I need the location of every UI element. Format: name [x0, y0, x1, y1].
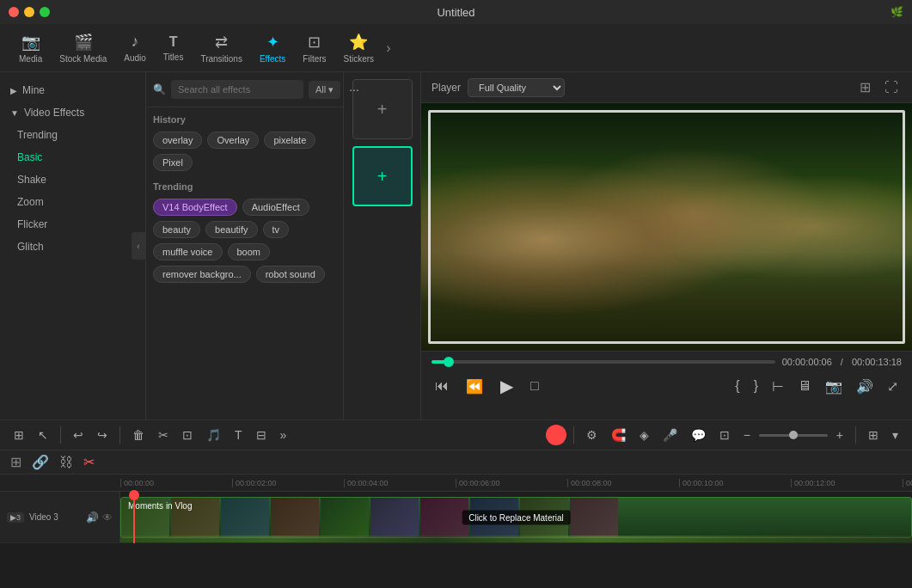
caption-button[interactable]: 💬	[686, 425, 711, 445]
zoom-out-button[interactable]: −	[738, 425, 756, 445]
panel-item-shake[interactable]: Shake	[0, 168, 145, 191]
toolbar-stickers[interactable]: ⭐ Stickers	[335, 28, 383, 69]
history-tag-pixel[interactable]: Pixel	[153, 154, 193, 171]
split-audio-button[interactable]: ⊢	[768, 375, 787, 398]
panel-item-trending[interactable]: Trending	[0, 124, 145, 146]
panel-collapse-button[interactable]: ‹	[132, 232, 145, 260]
trending-tag-remover[interactable]: remover backgro...	[153, 266, 251, 283]
trending-tag-beauty[interactable]: beauty	[153, 221, 200, 238]
section-video-effects[interactable]: ▼ Video Effects	[0, 101, 145, 124]
fullscreen-button[interactable]: ⛶	[881, 77, 902, 99]
grid-view-button[interactable]: ⊞	[856, 76, 874, 99]
trending-tag-boom[interactable]: boom	[228, 243, 271, 260]
mark-button[interactable]: ◈	[634, 425, 654, 445]
more-tools-button[interactable]: »	[275, 425, 292, 445]
link-button-1[interactable]: 🔗	[28, 452, 52, 472]
toolbar-audio[interactable]: ♪ Audio	[115, 28, 155, 68]
effects-more-button[interactable]: ···	[346, 79, 363, 100]
bracket-right-button[interactable]: }	[750, 375, 762, 397]
section-mine[interactable]: ▶ Mine	[0, 79, 145, 101]
toolbar-stock-media[interactable]: 🎬 Stock Media	[51, 28, 115, 69]
frame-back-button[interactable]: ⏪	[462, 375, 487, 398]
clip-thumb-4	[271, 498, 319, 537]
add-track-button[interactable]: ⊞	[7, 452, 25, 472]
track-volume-button[interactable]: 🔊	[86, 511, 99, 524]
delete-button[interactable]: 🗑	[127, 425, 150, 445]
audio-split-button[interactable]: 🎵	[201, 425, 226, 445]
scrubber-track[interactable]	[432, 360, 775, 364]
history-tag-overlay1[interactable]: overlay	[153, 132, 202, 149]
record-button[interactable]	[546, 425, 566, 445]
step-back-button[interactable]: ⏮	[432, 375, 452, 397]
trending-tag-muffle[interactable]: muffle voice	[153, 243, 223, 260]
link-button-2[interactable]: ⛓	[56, 452, 77, 472]
magnet-button[interactable]: 🧲	[606, 425, 631, 445]
scissors-button[interactable]: ✂	[80, 452, 98, 472]
close-button[interactable]	[9, 7, 19, 17]
toolbar-filters[interactable]: ⊡ Filters	[294, 28, 334, 69]
trending-tag-beautify[interactable]: beautify	[205, 221, 258, 238]
clip-thumb-6	[370, 498, 419, 537]
panel-item-flicker[interactable]: Flicker	[0, 213, 145, 236]
effect-add-btn-2[interactable]: +	[352, 146, 413, 206]
effects-filter-button[interactable]: All ▾	[309, 81, 340, 99]
toolbar-expand-icon[interactable]: ›	[386, 40, 390, 56]
crop-button[interactable]: ⊡	[177, 425, 198, 445]
trending-tag-audioeffect[interactable]: AudioEffect	[242, 199, 309, 216]
layout-expand-button[interactable]: ▾	[887, 425, 903, 445]
screen-capture-button[interactable]: 🖥	[794, 375, 815, 397]
stop-button[interactable]: □	[527, 375, 542, 397]
panel-item-glitch[interactable]: Glitch	[0, 236, 145, 258]
text-tool-button[interactable]: T	[230, 425, 248, 445]
redo-button[interactable]: ↪	[92, 425, 113, 445]
toolbar-titles[interactable]: T Titles	[155, 29, 193, 67]
toolbar-transitions[interactable]: ⇄ Transitions	[192, 28, 251, 69]
panel-item-basic[interactable]: Basic	[0, 146, 145, 168]
trending-tag-tv[interactable]: tv	[263, 221, 290, 238]
track-eye-button[interactable]: 👁	[102, 511, 113, 524]
transform-button[interactable]: ⊟	[251, 425, 272, 445]
zoom-slider[interactable]	[759, 434, 828, 437]
maximize-button[interactable]	[40, 7, 50, 17]
minimize-button[interactable]	[24, 7, 34, 17]
trending-tag-robot[interactable]: robot sound	[256, 266, 325, 283]
clip-thumb-10	[570, 498, 618, 537]
play-button[interactable]: ▶	[497, 372, 517, 400]
pointer-tool-button[interactable]: ↖	[33, 425, 53, 445]
scrubber-thumb[interactable]	[444, 357, 454, 367]
history-tag-overlay2[interactable]: Overlay	[207, 132, 259, 149]
undo-button[interactable]: ↩	[68, 425, 89, 445]
playback-area: 00:00:00:06 / 00:00:13:18 ⏮ ⏪ ▶ □ { } ⊢ …	[421, 351, 912, 420]
snapshot-button[interactable]: 📷	[822, 375, 846, 398]
history-tag-pixelate[interactable]: pixelate	[264, 132, 315, 149]
layout-button[interactable]: ⊞	[863, 425, 884, 445]
playback-extras: { } ⊢ 🖥 📷 🔊 ⤢	[731, 375, 902, 398]
settings-button[interactable]: ⚙	[581, 425, 603, 445]
bracket-left-button[interactable]: {	[731, 375, 743, 397]
video-canvas	[421, 103, 912, 351]
panel-item-zoom[interactable]: Zoom	[0, 191, 145, 213]
captions2-button[interactable]: ⊡	[714, 425, 735, 445]
titlebar: Untitled 🌿	[0, 0, 912, 24]
video-clip[interactable]: Moments in Vlog Click to Replace Materia…	[120, 497, 912, 538]
effects-search-input[interactable]	[171, 80, 303, 99]
stock-media-label: Stock Media	[59, 54, 107, 64]
basic-label: Basic	[17, 151, 42, 163]
toolbar-media[interactable]: 📷 Media	[10, 28, 51, 69]
track-controls-video3: ▶3 Video 3 🔊 👁	[0, 492, 120, 542]
expand-button[interactable]: ⤢	[884, 375, 902, 398]
window-controls	[9, 7, 50, 17]
volume-button[interactable]: 🔊	[853, 375, 877, 398]
cut-button[interactable]: ✂	[153, 425, 174, 445]
quality-select[interactable]: Full Quality Half Quality Quarter Qualit…	[468, 78, 565, 97]
timeline-add-buttons: ⊞ 🔗 ⛓ ✂	[7, 452, 98, 472]
trending-tag-v14bodye[interactable]: V14 BodyEffect	[153, 199, 237, 216]
toolbar-effects[interactable]: ✦ Effects	[251, 28, 294, 69]
video-frame-overlay	[428, 110, 905, 344]
zoom-in-button[interactable]: +	[831, 425, 848, 445]
mic-button[interactable]: 🎤	[658, 425, 682, 445]
glitch-label: Glitch	[17, 241, 44, 253]
select-tool-button[interactable]: ⊞	[9, 425, 29, 445]
titles-icon: T	[169, 34, 178, 50]
ruler-mark-7: 00:00:14:	[903, 479, 912, 487]
